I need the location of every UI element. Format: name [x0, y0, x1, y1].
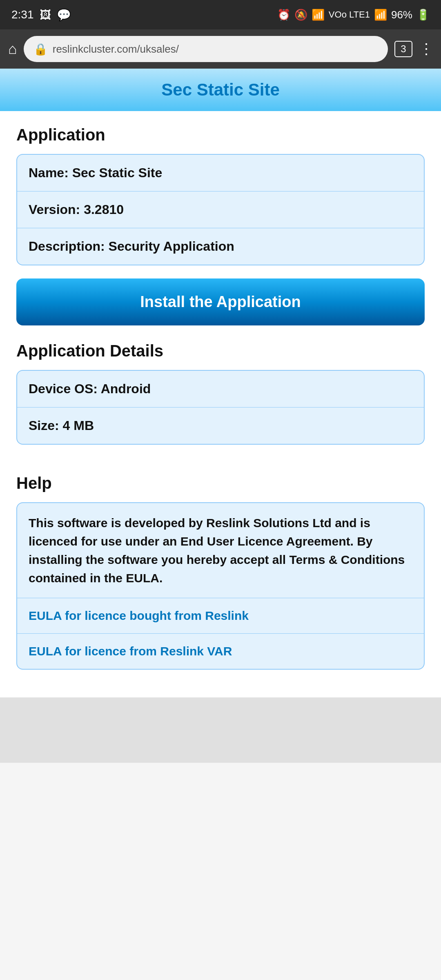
- home-button[interactable]: ⌂: [8, 40, 17, 58]
- tab-count-badge[interactable]: 3: [394, 41, 412, 57]
- whatsapp-icon: 💬: [57, 8, 71, 22]
- app-size-row: Size: 4 MB: [17, 408, 424, 444]
- url-bar[interactable]: 🔒 reslinkcluster.com/uksales/: [24, 36, 388, 62]
- eula-link-reslink[interactable]: EULA for licence bought from Reslink: [17, 598, 424, 634]
- help-text: This software is developed by Reslink So…: [17, 503, 424, 598]
- lock-icon: 🔒: [33, 42, 48, 56]
- browser-bar: ⌂ 🔒 reslinkcluster.com/uksales/ 3 ⋮: [0, 29, 441, 69]
- application-heading: Application: [16, 126, 425, 144]
- gallery-icon: 🖼: [40, 8, 51, 22]
- lte-icon: VOo LTE1: [329, 9, 370, 20]
- battery-icon: 🔋: [416, 9, 430, 21]
- battery-display: 96%: [391, 9, 412, 21]
- eula-link-reslink-var[interactable]: EULA for licence from Reslink VAR: [17, 634, 424, 669]
- main-content: Application Name: Sec Static Site Versio…: [0, 111, 441, 697]
- help-card: This software is developed by Reslink So…: [16, 502, 425, 670]
- alarm-icon: ⏰: [277, 9, 290, 21]
- url-text: reslinkcluster.com/uksales/: [53, 43, 179, 56]
- section-spacer: [16, 458, 425, 474]
- site-header: Sec Static Site: [0, 69, 441, 111]
- app-description-row: Description: Security Application: [17, 228, 424, 265]
- help-heading: Help: [16, 474, 425, 492]
- app-name-row: Name: Sec Static Site: [17, 155, 424, 192]
- details-heading: Application Details: [16, 342, 425, 360]
- device-os-row: Device OS: Android: [17, 371, 424, 408]
- wifi-icon: 📶: [312, 9, 325, 21]
- application-info-card: Name: Sec Static Site Version: 3.2810 De…: [16, 154, 425, 265]
- status-bar: 2:31 🖼 💬 ⏰ 🔕 📶 VOo LTE1 📶 96% 🔋: [0, 0, 441, 29]
- site-title: Sec Static Site: [16, 80, 425, 100]
- browser-menu-button[interactable]: ⋮: [419, 40, 433, 58]
- footer-area: [0, 697, 441, 763]
- status-left: 2:31 🖼 💬: [11, 8, 71, 22]
- install-button[interactable]: Install the Application: [16, 278, 425, 325]
- status-right: ⏰ 🔕 📶 VOo LTE1 📶 96% 🔋: [277, 9, 430, 21]
- signal-icon: 📶: [374, 9, 387, 21]
- mute-icon: 🔕: [294, 9, 307, 21]
- details-info-card: Device OS: Android Size: 4 MB: [16, 370, 425, 445]
- app-version-row: Version: 3.2810: [17, 192, 424, 228]
- time-display: 2:31: [11, 8, 34, 21]
